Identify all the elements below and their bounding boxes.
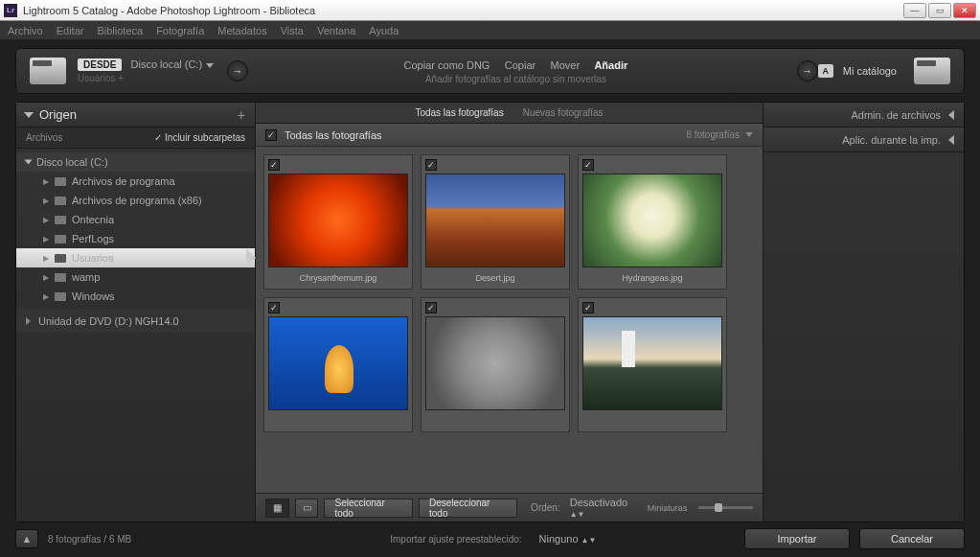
select-all-checkbox[interactable]: ✓ <box>265 129 277 141</box>
thumbnail-cell[interactable]: ✓ <box>421 297 570 432</box>
arrow-icon: ▶ <box>43 292 49 301</box>
import-button[interactable]: Importar <box>744 528 850 549</box>
op-copy-dng[interactable]: Copiar como DNG <box>404 59 490 71</box>
thumbnail-filename <box>425 416 565 428</box>
window-titlebar: Lr Lightroom 5 Catalog - Adobe Photoshop… <box>0 0 980 21</box>
triangle-left-icon <box>948 110 954 120</box>
thumb-checkbox[interactable]: ✓ <box>425 302 437 313</box>
minimize-button[interactable]: — <box>903 3 926 18</box>
thumbnail-cell[interactable]: ✓ <box>578 297 727 432</box>
op-move[interactable]: Mover <box>551 59 581 71</box>
thumb-checkbox[interactable]: ✓ <box>268 302 280 313</box>
folder-icon <box>55 254 66 263</box>
tab-all-photos[interactable]: Todas las fotografías <box>415 107 503 118</box>
order-label: Orden: <box>531 502 560 513</box>
arrow-icon: ▶ <box>43 216 49 224</box>
plus-icon[interactable]: + <box>238 107 245 123</box>
import-operations: Copiar como DNG Copiar Mover Añadir <box>248 58 784 72</box>
tree-folder[interactable]: ▶wamp <box>16 267 255 287</box>
arrow-icon: ▶ <box>43 197 49 205</box>
dest-drive-icon <box>914 58 950 84</box>
folder-tree: Disco local (C:) ▶Archivos de programa▶A… <box>16 149 255 337</box>
origen-label: Origen <box>39 107 238 122</box>
admin-archivos-header[interactable]: Admin. de archivos <box>763 103 964 128</box>
arrow-icon: ▶ <box>43 177 49 186</box>
folder-icon <box>55 235 66 244</box>
left-panel: Origen + Archivos Incluir subcarpetas Di… <box>16 103 256 522</box>
photo-count: 8 fotografías <box>686 129 740 140</box>
arrow-right-icon[interactable]: → <box>227 60 248 81</box>
thumbnail-filename: Hydrangeas.jpg <box>582 273 722 285</box>
tab-new-photos[interactable]: Nuevas fotografías <box>523 107 604 118</box>
tree-dvd[interactable]: Unidad de DVD (D:) NGH14.0 <box>16 310 255 333</box>
tree-folder[interactable]: ▶Archivos de programa <box>16 172 255 191</box>
tree-folder[interactable]: ▶PerfLogs <box>16 229 255 248</box>
thumbnail-cell[interactable]: ✓Chrysanthemum.jpg <box>263 154 413 290</box>
thumbnail-cell[interactable]: ✓Hydrangeas.jpg <box>578 154 727 290</box>
thumb-checkbox[interactable]: ✓ <box>582 302 594 313</box>
thumbnail-image <box>268 316 408 410</box>
thumbnail-filename <box>268 416 408 428</box>
footer-stats: 8 fotografías / 6 MB <box>48 534 131 545</box>
op-copy[interactable]: Copiar <box>505 59 536 71</box>
op-add[interactable]: Añadir <box>594 59 627 71</box>
app-icon: Lr <box>4 4 17 17</box>
menu-editar[interactable]: Editar <box>57 25 84 36</box>
thumbnail-cell[interactable]: ✓ <box>263 297 413 432</box>
loupe-view-button[interactable]: ▭ <box>295 499 319 518</box>
menu-biblioteca[interactable]: Biblioteca <box>97 25 143 36</box>
tree-folder[interactable]: ▶Ontecnia <box>16 210 255 229</box>
aplic-import-header[interactable]: Aplic. durante la imp. <box>763 128 964 152</box>
dest-key-icon: A <box>818 64 833 78</box>
thumbnail-filename <box>582 416 722 428</box>
tree-folder[interactable]: ▶Usuarios <box>16 248 255 267</box>
source-drive-icon <box>30 58 66 84</box>
menu-bar: ArchivoEditarBibliotecaFotografíaMetadat… <box>0 21 980 40</box>
thumbnail-cell[interactable]: ✓Desert.jpg <box>421 154 570 290</box>
source-disk-select[interactable]: Disco local (C:) <box>131 58 215 70</box>
arrow-icon: ▶ <box>43 235 49 244</box>
select-all-button[interactable]: Seleccionar todo <box>324 499 413 518</box>
source-badge: DESDE <box>78 58 122 71</box>
folder-icon <box>55 177 66 186</box>
source-path[interactable]: Usuarios + <box>78 73 214 83</box>
order-select[interactable]: Desactivado ▲▼ <box>570 497 642 519</box>
thumbnail-filename: Desert.jpg <box>425 273 565 285</box>
close-button[interactable]: ✕ <box>953 3 976 18</box>
filter-label: Todas las fotografías <box>285 129 686 141</box>
triangle-down-icon[interactable] <box>745 132 753 137</box>
menu-metadatos[interactable]: Metadatos <box>217 25 266 36</box>
include-subfolders-checkbox[interactable]: Incluir subcarpetas <box>154 132 245 143</box>
thumb-checkbox[interactable]: ✓ <box>425 159 437 171</box>
thumbnail-size-slider[interactable] <box>698 506 753 509</box>
arrow-right-icon[interactable]: → <box>797 60 818 81</box>
op-subtitle: Añadir fotografías al catálogo sin mover… <box>248 74 784 84</box>
menu-vista[interactable]: Vista <box>281 25 304 36</box>
grid-toolbar: ▦ ▭ Seleccionar todo Deseleccionar todo … <box>256 493 763 522</box>
thumbnail-grid: ✓Chrysanthemum.jpg✓Desert.jpg✓Hydrangeas… <box>256 147 763 493</box>
footer-bar: ▲ 8 fotografías / 6 MB Importar ajuste p… <box>15 526 965 551</box>
folder-icon <box>55 273 66 282</box>
chevron-down-icon <box>206 63 214 68</box>
thumb-checkbox[interactable]: ✓ <box>268 159 280 171</box>
preset-label: Importar ajuste preestablecido: <box>390 534 521 545</box>
menu-ventana[interactable]: Ventana <box>317 25 355 36</box>
maximize-button[interactable]: ▭ <box>928 3 951 18</box>
preset-select[interactable]: Ninguno ▲▼ <box>539 533 597 545</box>
menu-archivo[interactable]: Archivo <box>8 25 43 36</box>
triangle-left-icon <box>948 135 954 145</box>
tree-root[interactable]: Disco local (C:) <box>16 152 255 172</box>
grid-view-button[interactable]: ▦ <box>265 499 289 518</box>
thumb-checkbox[interactable]: ✓ <box>582 159 594 171</box>
origen-header[interactable]: Origen + <box>16 103 255 128</box>
thumbnail-image <box>425 316 565 410</box>
cancel-button[interactable]: Cancelar <box>859 528 965 549</box>
deselect-all-button[interactable]: Deseleccionar todo <box>419 499 517 518</box>
collapse-button[interactable]: ▲ <box>15 529 38 548</box>
menu-ayuda[interactable]: Ayuda <box>369 25 399 36</box>
tree-folder[interactable]: ▶Windows <box>16 287 255 306</box>
folder-icon <box>55 292 66 301</box>
center-panel: Todas las fotografías Nuevas fotografías… <box>256 103 763 522</box>
menu-fotografía[interactable]: Fotografía <box>156 25 204 36</box>
tree-folder[interactable]: ▶Archivos de programa (x86) <box>16 191 255 210</box>
